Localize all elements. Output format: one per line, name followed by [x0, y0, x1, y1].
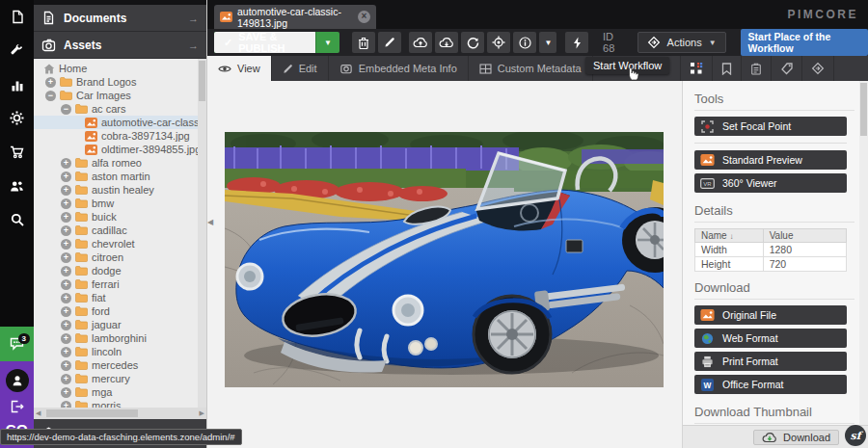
tree-item-folder[interactable]: +aston martin: [34, 170, 206, 183]
expand-icon[interactable]: +: [61, 158, 71, 169]
reports-rail-button[interactable]: [0, 67, 34, 101]
expand-icon[interactable]: +: [61, 252, 71, 263]
download-button[interactable]: Download: [753, 430, 839, 445]
office-format-button[interactable]: W Office Format: [694, 375, 847, 394]
tree-item-folder[interactable]: +bmw: [34, 197, 206, 210]
tools-rail-button[interactable]: [0, 34, 34, 67]
tree-item-asset[interactable]: oldtimer-3894855.jpg: [34, 143, 206, 156]
actions-button[interactable]: Actions ▼: [637, 32, 726, 53]
delete-button[interactable]: [352, 32, 375, 53]
tab-versions[interactable]: [713, 56, 742, 81]
scrollbar-thumb[interactable]: [46, 409, 138, 417]
tab-embedded-meta-info[interactable]: Embedded Meta Info: [329, 56, 469, 81]
user-avatar[interactable]: [6, 369, 29, 392]
tree-vertical-scrollbar[interactable]: [198, 59, 206, 408]
users-rail-button[interactable]: [0, 169, 34, 202]
info-caret-button[interactable]: ▼: [539, 32, 556, 53]
expand-icon[interactable]: +: [61, 171, 71, 182]
tab-tags[interactable]: [772, 56, 802, 81]
ecommerce-rail-button[interactable]: [0, 135, 34, 169]
tree-item-folder[interactable]: +lamborghini: [34, 331, 206, 345]
standard-preview-button[interactable]: Standard Preview: [694, 150, 847, 170]
open-panel-arrow-icon[interactable]: →: [188, 40, 199, 51]
chat-button[interactable]: 3: [0, 327, 34, 361]
tab-workflow[interactable]: [802, 56, 834, 81]
tree-item-folder[interactable]: +mercedes: [34, 358, 206, 372]
panel-scrollbar[interactable]: [859, 81, 868, 448]
save-caret-icon[interactable]: ▼: [315, 32, 339, 53]
tree-item-folder[interactable]: +chevrolet: [34, 237, 206, 250]
tree-item-folder[interactable]: +lincoln: [34, 345, 206, 358]
symfony-profiler-icon[interactable]: sf: [845, 425, 866, 446]
tree-item-folder[interactable]: −Car Images: [34, 89, 206, 102]
collapse-icon[interactable]: −: [61, 104, 71, 115]
expand-icon[interactable]: +: [61, 401, 71, 408]
clear-thumbnails-button[interactable]: [565, 32, 588, 53]
print-format-button[interactable]: Print Format: [694, 352, 847, 371]
upload-button[interactable]: [409, 32, 432, 53]
expand-icon[interactable]: +: [61, 266, 71, 277]
scroll-left-arrow-icon[interactable]: ◀: [36, 409, 41, 417]
focal-point-button[interactable]: [487, 32, 510, 53]
info-button[interactable]: [513, 32, 536, 53]
documents-rail-button[interactable]: [0, 0, 34, 34]
details-col-value[interactable]: Value: [763, 229, 846, 243]
rename-button[interactable]: [378, 32, 401, 53]
expand-icon[interactable]: +: [61, 306, 71, 317]
documents-panel-header[interactable]: Documents →: [34, 5, 206, 32]
tree-item-folder[interactable]: +mga: [34, 385, 206, 399]
tree-item-folder[interactable]: +ford: [34, 304, 206, 318]
assets-panel-header[interactable]: Assets →: [34, 32, 206, 59]
details-col-name[interactable]: Name ↓: [695, 229, 764, 243]
scrollbar-thumb[interactable]: [860, 83, 867, 136]
tree-horizontal-scrollbar[interactable]: ◀ ▶: [34, 408, 206, 419]
tree-item-folder[interactable]: +buick: [34, 210, 206, 224]
original-file-button[interactable]: Original File: [694, 305, 847, 325]
expand-icon[interactable]: +: [61, 293, 71, 303]
tab-custom-metadata[interactable]: Custom Metadata: [469, 56, 593, 81]
search-rail-button[interactable]: [0, 202, 34, 236]
expand-icon[interactable]: +: [61, 239, 71, 250]
tree-item-asset[interactable]: cobra-3897134.jpg: [34, 129, 206, 143]
tab-view[interactable]: View: [207, 56, 272, 81]
tree-item-folder[interactable]: +morris: [34, 399, 206, 408]
save-publish-button[interactable]: ✓SAVE & PUBLISH ▼: [214, 32, 339, 53]
tree-item-selected-asset[interactable]: automotive-car-classic-14: [34, 116, 206, 129]
expand-icon[interactable]: +: [61, 374, 71, 384]
tree-item-folder[interactable]: −ac cars: [34, 102, 206, 116]
tree-item-folder[interactable]: +citroen: [34, 250, 206, 264]
download-asset-button[interactable]: [435, 32, 458, 53]
scroll-right-arrow-icon[interactable]: ▶: [200, 409, 204, 417]
tree-item-folder[interactable]: +mercury: [34, 372, 206, 385]
tree-item-folder[interactable]: +fiat: [34, 291, 206, 304]
expand-icon[interactable]: +: [61, 212, 71, 223]
viewer-360-button[interactable]: VR 360° Viewer: [694, 173, 847, 193]
expand-icon[interactable]: +: [61, 225, 71, 236]
tab-schedule[interactable]: [742, 56, 772, 81]
close-icon[interactable]: ×: [358, 11, 370, 23]
tree-item-folder[interactable]: +Brand Logos: [34, 75, 206, 89]
expand-icon[interactable]: +: [61, 333, 71, 344]
tree-item-folder[interactable]: +cadillac: [34, 224, 206, 237]
tree-item-home[interactable]: Home: [34, 62, 206, 75]
asset-editor-tab[interactable]: automotive-car-classic-149813.jpg ×: [214, 5, 376, 29]
tree-item-folder[interactable]: +dodge: [34, 264, 206, 277]
expand-icon[interactable]: +: [61, 320, 71, 330]
tree-item-folder[interactable]: +jaguar: [34, 318, 206, 331]
collapse-tree-icon[interactable]: ◀: [207, 218, 213, 226]
tab-edit[interactable]: Edit: [272, 56, 329, 81]
web-format-button[interactable]: Web Format: [694, 329, 847, 348]
tree-item-folder[interactable]: +ferrari: [34, 277, 206, 291]
expand-icon[interactable]: +: [61, 387, 71, 398]
expand-icon[interactable]: +: [61, 360, 71, 371]
expand-icon[interactable]: +: [61, 198, 71, 209]
tree-item-folder[interactable]: +alfa romeo: [34, 156, 206, 170]
expand-icon[interactable]: +: [45, 77, 56, 88]
collapse-icon[interactable]: −: [45, 91, 56, 101]
logout-icon[interactable]: [10, 400, 24, 413]
set-focal-point-button[interactable]: Set Focal Point: [694, 117, 847, 136]
expand-icon[interactable]: +: [61, 279, 71, 290]
expand-icon[interactable]: +: [61, 347, 71, 357]
expand-icon[interactable]: +: [61, 185, 71, 196]
scrollbar-thumb[interactable]: [199, 61, 205, 101]
